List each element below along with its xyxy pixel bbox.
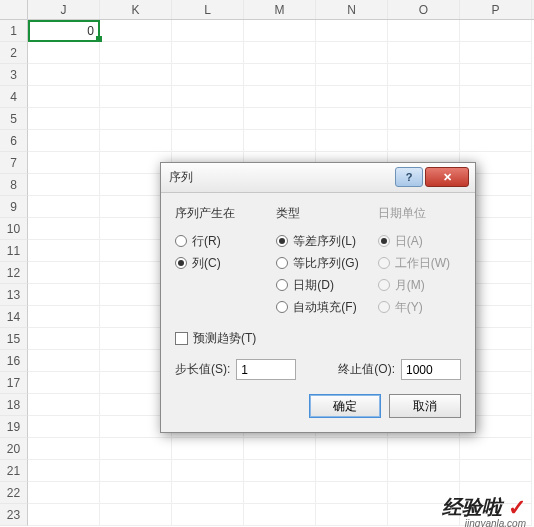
cancel-button[interactable]: 取消 — [389, 394, 461, 418]
cell[interactable] — [28, 394, 100, 416]
cell[interactable] — [172, 482, 244, 504]
cell[interactable] — [100, 42, 172, 64]
cell[interactable] — [28, 196, 100, 218]
row-header[interactable]: 19 — [0, 416, 28, 438]
cell[interactable] — [244, 108, 316, 130]
row-header[interactable]: 22 — [0, 482, 28, 504]
fill-handle[interactable] — [96, 36, 102, 42]
cell[interactable] — [28, 218, 100, 240]
cell[interactable] — [100, 438, 172, 460]
cell[interactable] — [28, 64, 100, 86]
row-header[interactable]: 17 — [0, 372, 28, 394]
cell[interactable] — [460, 438, 532, 460]
cell[interactable] — [172, 42, 244, 64]
col-header[interactable]: M — [244, 0, 316, 19]
cell[interactable] — [100, 86, 172, 108]
cell[interactable] — [316, 64, 388, 86]
row-header[interactable]: 12 — [0, 262, 28, 284]
cell[interactable] — [172, 504, 244, 526]
cell[interactable] — [28, 350, 100, 372]
cell[interactable] — [316, 504, 388, 526]
col-header[interactable]: L — [172, 0, 244, 19]
help-button[interactable]: ? — [395, 167, 423, 187]
cell[interactable] — [244, 20, 316, 42]
cell[interactable] — [100, 504, 172, 526]
cell[interactable] — [100, 482, 172, 504]
cell[interactable] — [28, 174, 100, 196]
radio-arithmetic[interactable]: 等差序列(L) — [276, 230, 359, 252]
row-header[interactable]: 8 — [0, 174, 28, 196]
cell[interactable] — [28, 130, 100, 152]
cell[interactable] — [172, 108, 244, 130]
cell[interactable]: 0 — [28, 20, 100, 42]
cell[interactable] — [28, 372, 100, 394]
cell[interactable] — [244, 482, 316, 504]
row-header[interactable]: 7 — [0, 152, 28, 174]
cell[interactable] — [28, 438, 100, 460]
ok-button[interactable]: 确定 — [309, 394, 381, 418]
cell[interactable] — [28, 284, 100, 306]
cell[interactable] — [316, 482, 388, 504]
row-header[interactable]: 9 — [0, 196, 28, 218]
cell[interactable] — [460, 130, 532, 152]
cell[interactable] — [388, 20, 460, 42]
cell[interactable] — [460, 108, 532, 130]
cell[interactable] — [172, 438, 244, 460]
cell[interactable] — [244, 504, 316, 526]
cell[interactable] — [316, 86, 388, 108]
dialog-titlebar[interactable]: 序列 ? ✕ — [161, 163, 475, 193]
cell[interactable] — [244, 64, 316, 86]
cell[interactable] — [28, 262, 100, 284]
cell[interactable] — [460, 42, 532, 64]
row-header[interactable]: 18 — [0, 394, 28, 416]
row-header[interactable]: 5 — [0, 108, 28, 130]
cell[interactable] — [244, 460, 316, 482]
radio-columns[interactable]: 列(C) — [175, 252, 258, 274]
close-button[interactable]: ✕ — [425, 167, 469, 187]
cell[interactable] — [172, 20, 244, 42]
cell[interactable] — [244, 86, 316, 108]
col-header[interactable]: N — [316, 0, 388, 19]
cell[interactable] — [388, 460, 460, 482]
row-header[interactable]: 21 — [0, 460, 28, 482]
cell[interactable] — [460, 20, 532, 42]
cell[interactable] — [388, 42, 460, 64]
cell[interactable] — [28, 86, 100, 108]
cell[interactable] — [100, 64, 172, 86]
row-header[interactable]: 1 — [0, 20, 28, 42]
cell[interactable] — [172, 86, 244, 108]
cell[interactable] — [28, 482, 100, 504]
cell[interactable] — [100, 460, 172, 482]
radio-autofill[interactable]: 自动填充(F) — [276, 296, 359, 318]
cell[interactable] — [28, 328, 100, 350]
cell[interactable] — [172, 460, 244, 482]
cell[interactable] — [316, 438, 388, 460]
row-header[interactable]: 15 — [0, 328, 28, 350]
step-value-input[interactable] — [236, 359, 296, 380]
cell[interactable] — [28, 240, 100, 262]
row-header[interactable]: 23 — [0, 504, 28, 526]
cell[interactable] — [28, 152, 100, 174]
row-header[interactable]: 10 — [0, 218, 28, 240]
cell[interactable] — [28, 306, 100, 328]
cell[interactable] — [388, 438, 460, 460]
col-header[interactable]: K — [100, 0, 172, 19]
cell[interactable] — [316, 42, 388, 64]
radio-date[interactable]: 日期(D) — [276, 274, 359, 296]
row-header[interactable]: 11 — [0, 240, 28, 262]
cell[interactable] — [388, 108, 460, 130]
cell[interactable] — [388, 64, 460, 86]
row-header[interactable]: 3 — [0, 64, 28, 86]
radio-rows[interactable]: 行(R) — [175, 230, 258, 252]
radio-geometric[interactable]: 等比序列(G) — [276, 252, 359, 274]
row-header[interactable]: 13 — [0, 284, 28, 306]
cell[interactable] — [100, 108, 172, 130]
cell[interactable] — [316, 130, 388, 152]
cell[interactable] — [388, 86, 460, 108]
row-header[interactable]: 6 — [0, 130, 28, 152]
col-header[interactable]: P — [460, 0, 532, 19]
cell[interactable] — [172, 130, 244, 152]
cell[interactable] — [100, 130, 172, 152]
cell[interactable] — [28, 416, 100, 438]
row-header[interactable]: 16 — [0, 350, 28, 372]
